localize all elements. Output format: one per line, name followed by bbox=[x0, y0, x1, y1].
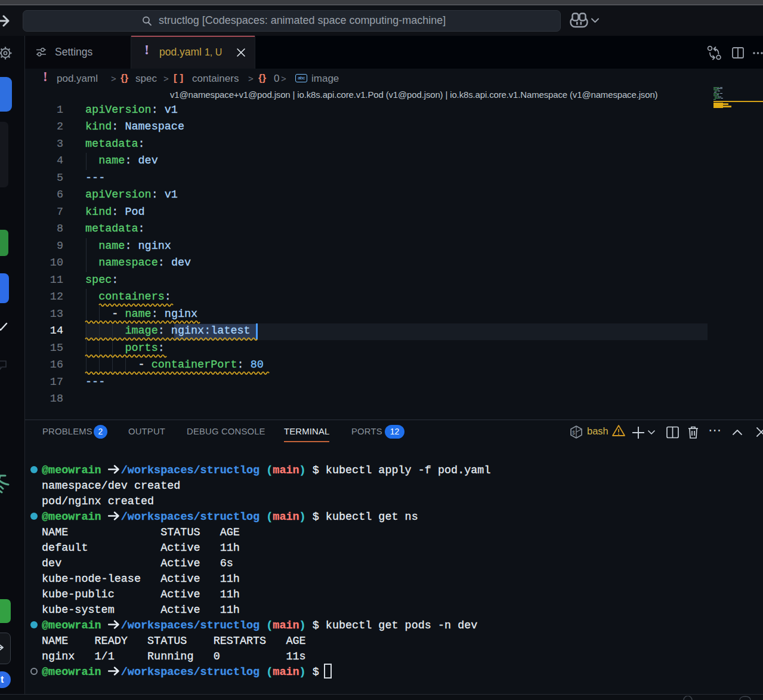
svg-text:$: $ bbox=[572, 430, 575, 436]
